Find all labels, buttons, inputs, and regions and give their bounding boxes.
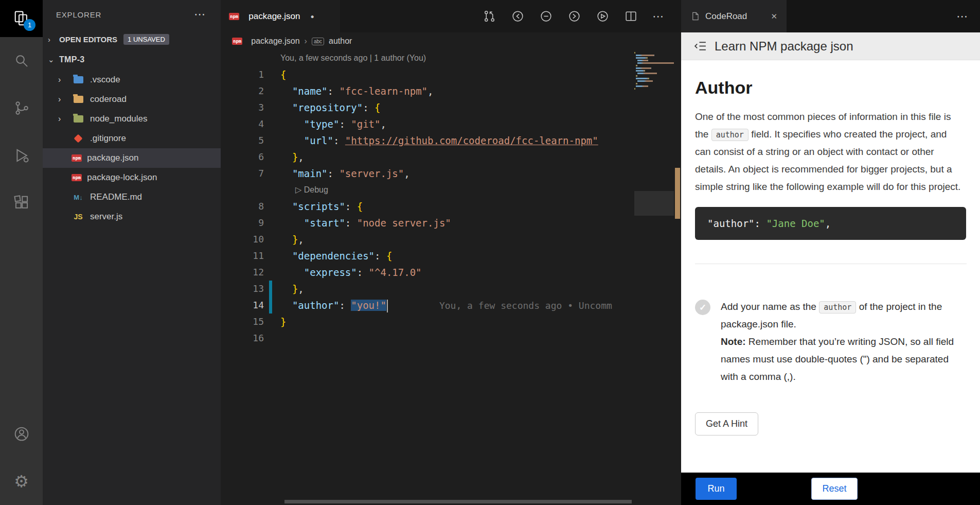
line-number: 6 [221, 149, 264, 165]
next-change-icon[interactable] [567, 9, 581, 23]
open-changes-icon[interactable] [511, 9, 525, 23]
chevron-right-icon: › [48, 35, 59, 44]
code-line-13[interactable]: 13 }, [221, 281, 634, 297]
code-line-15[interactable]: 15} [221, 314, 634, 330]
workspace-root-section[interactable]: ⌄ TMP-3 [43, 49, 221, 70]
file-item-server-js[interactable]: JSserver.js [43, 207, 221, 227]
code-lines: You, a few seconds ago | 1 author (You)1… [221, 50, 634, 346]
chevron-right-icon: › [58, 95, 72, 104]
search-icon [13, 53, 30, 69]
line-number: 8 [221, 198, 264, 215]
code-line-6[interactable]: 6 }, [221, 149, 634, 165]
panel-tab-strip: CodeRoad ✕ ⋯ [681, 0, 980, 32]
breadcrumb-symbol[interactable]: author [329, 37, 352, 46]
close-icon[interactable]: ✕ [771, 12, 777, 21]
explorer-activity-button[interactable]: 1 [0, 0, 43, 37]
unsaved-badge: 1 UNSAVED [123, 34, 169, 45]
code-line-14[interactable]: 14 "author": "you!"You, a few seconds ag… [221, 297, 634, 314]
file-item-package-json[interactable]: npmpackage.json [43, 148, 221, 168]
task-text: Add your name as the author of the proje… [721, 298, 963, 386]
source-control-icon [13, 100, 30, 116]
panel-footer: Run Reset [681, 473, 980, 505]
line-number: 9 [221, 215, 264, 231]
source-control-activity-button[interactable] [0, 84, 43, 132]
code-line-16[interactable]: 16 [221, 330, 634, 346]
sidebar-title: EXPLORER [56, 10, 101, 19]
code-line-1[interactable]: 1{ [221, 66, 634, 83]
file-item-readme-md[interactable]: M↓README.md [43, 187, 221, 207]
codelens-debug[interactable]: ▷ Debug [221, 182, 634, 198]
modified-dot-icon: ● [310, 13, 314, 20]
code-line-11[interactable]: 11 "dependencies": { [221, 248, 634, 264]
code-line-10[interactable]: 10 }, [221, 231, 634, 248]
search-activity-button[interactable] [0, 37, 43, 84]
file-item--gitignore[interactable]: .gitignore [43, 129, 221, 148]
line-number: 13 [221, 281, 264, 297]
file-item--vscode[interactable]: ›.vscode [43, 70, 221, 90]
minimap-slider[interactable] [634, 191, 674, 216]
md-icon: M↓ [72, 192, 85, 202]
run-button[interactable]: Run [696, 478, 737, 500]
extensions-activity-button[interactable] [0, 179, 43, 227]
section-heading: Author [695, 78, 965, 98]
npm-icon: npm [72, 174, 82, 181]
line-number: 2 [221, 83, 264, 99]
settings-activity-button[interactable]: ⚙ [0, 458, 43, 505]
explorer-sidebar: EXPLORER ⋯ › OPEN EDITORS 1 UNSAVED ⌄ TM… [43, 0, 221, 505]
file-label: .vscode [90, 75, 120, 85]
file-label: README.md [90, 192, 142, 202]
compare-changes-icon[interactable] [483, 9, 496, 23]
vscode-window: { "colors": { "accent_blue": "#007acc", … [0, 0, 980, 505]
previous-change-icon[interactable] [539, 9, 553, 23]
open-editors-section[interactable]: › OPEN EDITORS 1 UNSAVED [43, 29, 221, 49]
file-item-coderoad[interactable]: ›coderoad [43, 90, 221, 109]
back-outdent-icon[interactable] [693, 39, 707, 53]
file-item-node-modules[interactable]: ›node_modules [43, 109, 221, 129]
npm-icon: npm [229, 13, 239, 20]
symbol-string-icon: abc [312, 38, 324, 45]
split-editor-icon[interactable] [624, 9, 638, 23]
tab-coderoad[interactable]: CodeRoad ✕ [681, 0, 787, 32]
run-debug-activity-button[interactable] [0, 132, 43, 179]
overview-ruler[interactable] [674, 50, 681, 505]
horizontal-scrollbar[interactable] [284, 500, 632, 503]
lesson-title: Learn NPM package json [715, 39, 853, 54]
reset-button[interactable]: Reset [811, 478, 858, 500]
code-line-9[interactable]: 9 "start": "node server.js" [221, 215, 634, 231]
run-debug-icon [13, 147, 30, 164]
sidebar-more-icon[interactable]: ⋯ [194, 8, 205, 21]
inline-code-chip: author [819, 301, 856, 314]
code-line-4[interactable]: 4 "type": "git", [221, 116, 634, 132]
file-tree: ›.vscode›coderoad›node_modules.gitignore… [43, 70, 221, 227]
code-line-8[interactable]: 8 "scripts": { [221, 198, 634, 215]
code-area: You, a few seconds ago | 1 author (You)1… [221, 50, 681, 505]
code-line-12[interactable]: 12 "express": "^4.17.0" [221, 264, 634, 281]
breadcrumb-file[interactable]: package.json [251, 37, 299, 46]
folder-vscode-icon [72, 75, 85, 85]
file-label: node_modules [90, 114, 148, 124]
code-line-2[interactable]: 2 "name": "fcc-learn-npm", [221, 83, 634, 99]
code-line-5[interactable]: 5 "url": "https://github.com/coderoad/fc… [221, 132, 634, 149]
panel-more-icon[interactable]: ⋯ [956, 10, 968, 23]
file-item-package-lock-json[interactable]: npmpackage-lock.json [43, 168, 221, 187]
coderoad-tab-label: CodeRoad [705, 11, 747, 22]
codelens-authors[interactable]: You, a few seconds ago | 1 author (You) [221, 50, 634, 66]
gear-icon: ⚙ [14, 473, 29, 490]
code-line-7[interactable]: 7 "main": "server.js", [221, 165, 634, 182]
accounts-activity-button[interactable] [0, 410, 43, 458]
line-number: 4 [221, 116, 264, 132]
overview-ruler-marker [675, 168, 680, 219]
explorer-badge: 1 [24, 19, 35, 31]
tab-package-json[interactable]: npm package.json ● [221, 0, 340, 32]
editor-more-actions-icon[interactable]: ⋯ [652, 10, 664, 23]
get-hint-button[interactable]: Get A Hint [695, 412, 758, 436]
file-label: .gitignore [90, 133, 126, 144]
task-check-icon: ✓ [695, 300, 710, 315]
tab-label: package.json [248, 11, 300, 22]
run-file-icon[interactable] [596, 9, 610, 23]
inline-code-chip: author [711, 129, 749, 141]
account-icon [13, 426, 30, 442]
minimap[interactable] [634, 52, 674, 93]
code-line-3[interactable]: 3 "repository": { [221, 99, 634, 116]
extensions-icon [13, 195, 30, 211]
